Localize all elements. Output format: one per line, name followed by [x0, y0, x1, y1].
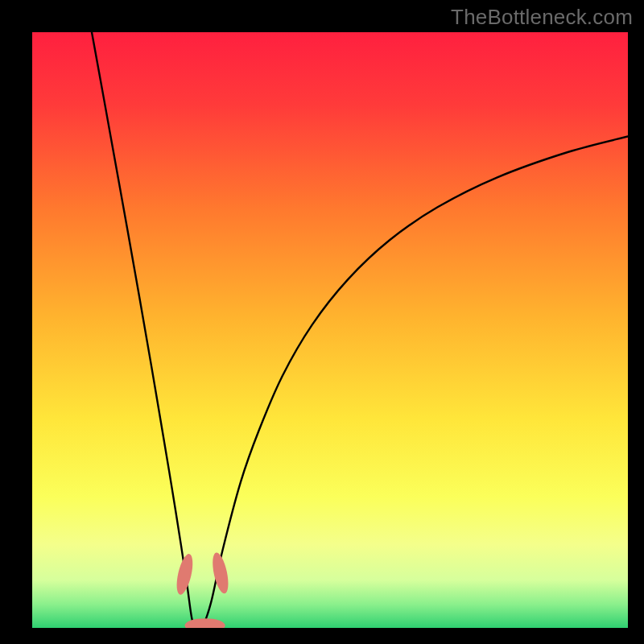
curves-layer: [32, 32, 628, 628]
marker-bottom-blob: [184, 618, 225, 628]
markers-group: [174, 551, 232, 628]
watermark-text: TheBottleneck.com: [451, 5, 633, 30]
marker-left-pair: [174, 552, 196, 596]
chart-frame: TheBottleneck.com: [0, 0, 644, 644]
curve-left-branch: [92, 32, 198, 628]
marker-right-pair: [209, 551, 231, 595]
plot-area: [32, 32, 628, 628]
curve-right-branch: [198, 137, 628, 629]
